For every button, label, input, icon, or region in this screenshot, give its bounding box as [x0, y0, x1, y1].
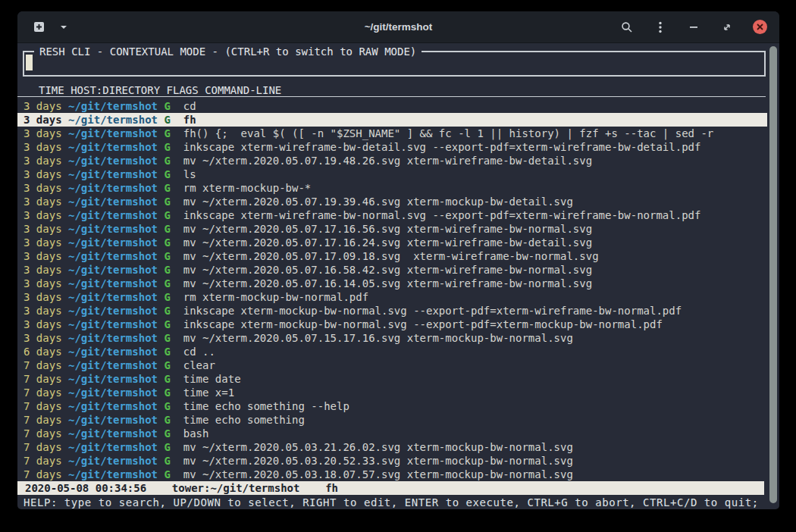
history-row[interactable]: 3 days ~/git/termshot G mv ~/xterm.2020.…	[17, 263, 767, 277]
history-row[interactable]: 3 days ~/git/termshot G mv ~/xterm.2020.…	[17, 154, 767, 167]
new-tab-button[interactable]	[31, 20, 46, 35]
history-row[interactable]: 7 days ~/git/termshot G clear	[17, 358, 767, 372]
menu-button[interactable]	[653, 20, 668, 35]
row-host-directory: ~/git/termshot	[68, 331, 158, 345]
history-row[interactable]: 7 days ~/git/termshot G bash	[17, 427, 767, 440]
row-host-directory: ~/git/termshot	[68, 277, 158, 290]
minimize-button[interactable]	[686, 20, 701, 35]
history-row[interactable]: 3 days ~/git/termshot G mv ~/xterm.2020.…	[17, 249, 767, 263]
row-flags: G	[164, 304, 170, 318]
row-time: 7 days	[24, 413, 62, 427]
row-flags: G	[164, 208, 170, 222]
row-host-directory: ~/git/termshot	[68, 127, 158, 140]
search-icon	[621, 21, 633, 33]
row-time: 3 days	[24, 99, 62, 113]
row-host-directory: ~/git/termshot	[68, 318, 158, 331]
history-row[interactable]: 3 days ~/git/termshot G mv ~/xterm.2020.…	[17, 277, 767, 290]
row-time: 3 days	[24, 331, 62, 345]
row-command: inkscape xterm-wireframe-bw-detail.svg -…	[183, 140, 767, 154]
search-box-title: RESH CLI - CONTEXTUAL MODE - (CTRL+R to …	[34, 45, 422, 58]
history-row[interactable]: 3 days ~/git/termshot G mv ~/xterm.2020.…	[17, 195, 767, 208]
row-time: 7 days	[24, 454, 62, 468]
row-command: fh	[183, 113, 767, 127]
row-time: 3 days	[24, 263, 62, 277]
scrollbar[interactable]	[769, 46, 777, 503]
tab-dropdown-button[interactable]	[56, 20, 71, 35]
status-bar: 2020-05-08 00:34:56 tower:~/git/termshot…	[17, 481, 764, 495]
row-flags: G	[164, 140, 170, 154]
history-row[interactable]: 3 days ~/git/termshot G ls	[17, 167, 767, 181]
row-time: 7 days	[24, 358, 62, 372]
history-row[interactable]: 3 days ~/git/termshot G rm xterm-mockup-…	[17, 181, 767, 195]
row-flags: G	[164, 277, 170, 290]
row-flags: G	[164, 290, 170, 304]
row-command: inkscape xterm-mockup-bw-normal.svg --ex…	[183, 318, 767, 331]
history-row[interactable]: 3 days ~/git/termshot G rm xterm-mockup-…	[17, 290, 767, 304]
row-host-directory: ~/git/termshot	[68, 413, 158, 427]
row-time: 3 days	[24, 304, 62, 318]
row-flags: G	[164, 181, 170, 195]
desktop-background: ~/git/termshot	[0, 0, 796, 532]
row-host-directory: ~/git/termshot	[68, 181, 158, 195]
history-row[interactable]: 7 days ~/git/termshot G time date	[17, 372, 767, 386]
row-host-directory: ~/git/termshot	[68, 113, 158, 127]
history-row[interactable]: 3 days ~/git/termshot G inkscape xterm-m…	[17, 304, 767, 318]
history-row[interactable]: 7 days ~/git/termshot G mv ~/xterm.2020.…	[17, 440, 767, 454]
row-host-directory: ~/git/termshot	[68, 345, 158, 358]
history-row[interactable]: 7 days ~/git/termshot G time echo someth…	[17, 413, 767, 427]
history-row[interactable]: 7 days ~/git/termshot G mv ~/xterm.2020.…	[17, 468, 767, 481]
row-host-directory: ~/git/termshot	[68, 167, 158, 181]
row-time: 3 days	[24, 277, 62, 290]
search-button[interactable]	[619, 20, 635, 35]
row-flags: G	[164, 236, 170, 249]
row-flags: G	[164, 154, 170, 167]
history-row[interactable]: 7 days ~/git/termshot G mv ~/xterm.2020.…	[17, 454, 767, 468]
row-command: mv ~/xterm.2020.05.03.21.26.02.svg xterm…	[183, 440, 767, 454]
row-time: 3 days	[24, 140, 62, 154]
row-command: cd ..	[183, 345, 767, 358]
row-host-directory: ~/git/termshot	[68, 249, 158, 263]
row-flags: G	[164, 427, 170, 440]
table-header: TIME HOST:DIRECTORY FLAGS COMMAND-LINE	[17, 83, 766, 97]
history-row[interactable]: 3 days ~/git/termshot G fh	[17, 113, 767, 127]
row-command: rm xterm-mockup-bw-*	[183, 181, 767, 195]
history-row[interactable]: 3 days ~/git/termshot G inkscape xterm-m…	[17, 318, 767, 331]
row-host-directory: ~/git/termshot	[68, 454, 158, 468]
history-row[interactable]: 3 days ~/git/termshot G mv ~/xterm.2020.…	[17, 331, 767, 345]
scrollbar-thumb[interactable]	[769, 46, 777, 503]
history-row[interactable]: 6 days ~/git/termshot G cd ..	[17, 345, 767, 358]
row-time: 3 days	[24, 195, 62, 208]
titlebar[interactable]: ~/git/termshot	[17, 11, 779, 43]
search-input[interactable]: RESH CLI - CONTEXTUAL MODE - (CTRL+R to …	[23, 51, 766, 77]
minimize-icon	[689, 26, 698, 29]
row-flags: G	[164, 113, 170, 127]
history-row[interactable]: 7 days ~/git/termshot G time echo someth…	[17, 399, 767, 413]
row-host-directory: ~/git/termshot	[68, 208, 158, 222]
row-time: 3 days	[24, 154, 62, 167]
row-host-directory: ~/git/termshot	[68, 304, 158, 318]
row-command: mv ~/xterm.2020.05.07.16.14.05.svg xterm…	[183, 277, 767, 290]
row-host-directory: ~/git/termshot	[68, 195, 158, 208]
row-flags: G	[164, 318, 170, 331]
restore-button[interactable]	[719, 20, 735, 35]
history-row[interactable]: 3 days ~/git/termshot G cd	[17, 99, 767, 113]
row-host-directory: ~/git/termshot	[68, 372, 158, 386]
close-button[interactable]	[753, 20, 767, 34]
history-row[interactable]: 3 days ~/git/termshot G inkscape xterm-w…	[17, 140, 767, 154]
row-time: 3 days	[24, 181, 62, 195]
row-flags: G	[164, 372, 170, 386]
row-flags: G	[164, 454, 170, 468]
history-row[interactable]: 3 days ~/git/termshot G inkscape xterm-w…	[17, 208, 767, 222]
history-row[interactable]: 3 days ~/git/termshot G mv ~/xterm.2020.…	[17, 222, 767, 236]
row-host-directory: ~/git/termshot	[68, 222, 158, 236]
row-host-directory: ~/git/termshot	[68, 427, 158, 440]
restore-icon	[722, 22, 732, 33]
history-row[interactable]: 3 days ~/git/termshot G mv ~/xterm.2020.…	[17, 236, 767, 249]
history-row[interactable]: 7 days ~/git/termshot G time x=1	[17, 386, 767, 399]
row-host-directory: ~/git/termshot	[68, 468, 158, 481]
history-row[interactable]: 3 days ~/git/termshot G fh() {; eval $( …	[17, 127, 767, 140]
row-command: time echo something	[183, 413, 767, 427]
row-flags: G	[164, 331, 170, 345]
row-command: rm xterm-mockup-bw-normal.pdf	[183, 290, 767, 304]
row-flags: G	[164, 413, 170, 427]
